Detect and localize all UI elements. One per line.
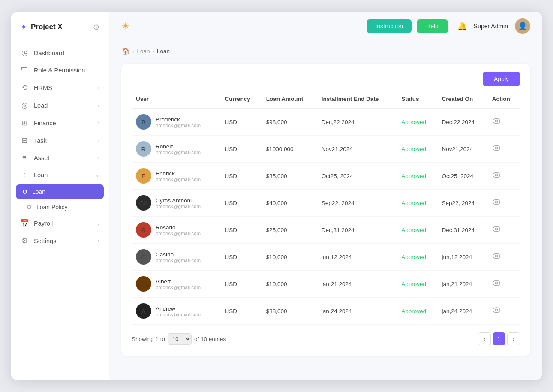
chevron-right-icon: › (98, 103, 99, 109)
asset-icon: ≡ (20, 154, 29, 162)
cell-user: CA Cyras Anthoni brodrick@gmail.com (132, 190, 220, 217)
content-area: Apply User Currency Loan Amount Installm… (109, 59, 542, 380)
svg-point-10 (493, 253, 500, 259)
sidebar-logo: ✦ Project X ⊕ (11, 22, 109, 44)
breadcrumb: 🏠 › Loan › Loan (109, 41, 542, 59)
pagination-info: Showing 1 to 10 25 50 100 of 10 entries (132, 333, 226, 345)
sidebar-item-loan[interactable]: ÷ Loan ⌄ (11, 166, 109, 184)
cell-user: R Robert brodrick@gmail.com (132, 136, 220, 163)
status-badge: Approved (401, 119, 426, 125)
cell-user: A Andrew brodrick@gmail.com (132, 298, 220, 325)
table-row: E Endrick brodrick@gmail.com USD $35,000… (132, 163, 520, 190)
help-button[interactable]: Help (417, 19, 448, 33)
instruction-button[interactable]: Instruction (367, 19, 412, 33)
table-row: R Robert brodrick@gmail.com USD $1000,00… (132, 136, 520, 163)
cell-action (488, 217, 520, 244)
sidebar-item-label: Payroll (34, 220, 53, 227)
entries-select[interactable]: 10 25 50 100 (168, 333, 192, 345)
cell-status: Approved (397, 190, 437, 217)
view-action-button[interactable] (492, 226, 501, 235)
status-badge: Approved (401, 173, 426, 179)
view-action-button[interactable] (492, 145, 501, 154)
cell-action (488, 136, 520, 163)
page-1-button[interactable]: 1 (493, 332, 505, 345)
col-action: Action (488, 92, 520, 109)
cell-currency: USD (220, 298, 261, 325)
svg-point-8 (493, 226, 500, 232)
user-name: Albert (156, 278, 201, 285)
sidebar-sub-label: Loan Policy (36, 204, 67, 211)
sidebar-item-lead[interactable]: ◎ Lead › (11, 96, 109, 114)
user-info: Rosario brodrick@gmail.com (156, 224, 201, 236)
loan-submenu: Loan Loan Policy (11, 184, 109, 214)
chevron-right-icon: › (98, 138, 99, 144)
view-action-button[interactable] (492, 172, 501, 181)
cell-action (488, 190, 520, 217)
sidebar-item-hrms[interactable]: ⟲ HRMS › (11, 79, 109, 96)
status-badge: Approved (401, 227, 426, 233)
col-created-on: Created On (438, 92, 488, 109)
sidebar-item-loan-list[interactable]: Loan (16, 184, 104, 199)
status-badge: Approved (401, 281, 426, 287)
cell-end-date: jan,21 2024 (317, 271, 397, 298)
payroll-icon: 📅 (20, 219, 29, 228)
user-name: Robert (156, 143, 201, 150)
breadcrumb-loan-link[interactable]: Loan (137, 48, 150, 54)
pagination-bar: Showing 1 to 10 25 50 100 of 10 entries … (132, 332, 520, 345)
loan-table: User Currency Loan Amount Installment En… (132, 92, 520, 325)
sidebar-item-role-permission[interactable]: 🛡 Role & Permission (11, 62, 109, 79)
sidebar-item-payroll[interactable]: 📅 Payroll › (11, 214, 109, 232)
view-action-button[interactable] (492, 308, 501, 316)
chevron-right-icon: › (98, 155, 99, 161)
svg-point-4 (493, 172, 500, 178)
username-label: Super Admin (474, 23, 508, 30)
sidebar: ✦ Project X ⊕ ◷ Dashboard 🛡 Role & Permi… (11, 12, 109, 380)
shield-icon: 🛡 (20, 66, 29, 75)
user-info: Robert brodrick@gmail.com (156, 143, 201, 155)
logo-text: Project X (31, 23, 63, 31)
task-icon: ⊟ (20, 136, 29, 145)
user-info: Albert brodrick@gmail.com (156, 278, 201, 290)
user-email: brodrick@gmail.com (156, 285, 201, 290)
user-name: Broderick (156, 116, 201, 123)
user-avatar: R (136, 141, 151, 157)
bullet-dot (23, 190, 27, 194)
cell-loan-amount: $98,000 (262, 109, 317, 136)
sidebar-item-finance[interactable]: ⊞ Finance › (11, 114, 109, 132)
table-row: CA Cyras Anthoni brodrick@gmail.com USD … (132, 190, 520, 217)
user-name: Endrick (156, 170, 201, 177)
user-email: brodrick@gmail.com (156, 204, 201, 209)
user-name: Cyras Anthoni (156, 197, 201, 204)
user-info: Broderick brodrick@gmail.com (156, 116, 201, 128)
lead-icon: ◎ (20, 101, 29, 110)
user-email: brodrick@gmail.com (156, 177, 201, 182)
sidebar-item-loan-policy[interactable]: Loan Policy (11, 200, 109, 214)
chevron-right-icon: › (98, 120, 99, 126)
cell-currency: USD (220, 109, 261, 136)
logo-settings-icon[interactable]: ⊕ (93, 22, 99, 32)
prev-page-button[interactable]: ‹ (478, 332, 491, 345)
sidebar-item-dashboard[interactable]: ◷ Dashboard (11, 44, 109, 62)
sidebar-item-asset[interactable]: ≡ Asset › (11, 149, 109, 166)
user-email: brodrick@gmail.com (156, 150, 201, 155)
table-row: B Broderick brodrick@gmail.com USD $98,0… (132, 109, 520, 136)
svg-point-9 (495, 228, 497, 230)
user-avatar: CA (136, 195, 151, 211)
col-currency: Currency (220, 92, 261, 109)
table-row: A Andrew brodrick@gmail.com USD $38,000 … (132, 298, 520, 325)
svg-point-2 (493, 145, 500, 151)
bell-icon[interactable]: 🔔 (457, 21, 467, 31)
view-action-button[interactable] (492, 118, 501, 127)
view-action-button[interactable] (492, 280, 501, 289)
sidebar-item-settings[interactable]: ⚙ Settings › (11, 232, 109, 250)
view-action-button[interactable] (492, 199, 501, 208)
home-icon[interactable]: 🏠 (121, 47, 130, 55)
view-action-button[interactable] (492, 253, 501, 262)
status-badge: Approved (401, 146, 426, 152)
user-name: Rosario (156, 224, 201, 231)
table-row: R Rosario brodrick@gmail.com USD $25,000… (132, 217, 520, 244)
next-page-button[interactable]: › (507, 332, 520, 345)
cell-created-on: jan,24 2024 (438, 298, 488, 325)
apply-button[interactable]: Apply (483, 72, 520, 86)
sidebar-item-task[interactable]: ⊟ Task › (11, 132, 109, 149)
